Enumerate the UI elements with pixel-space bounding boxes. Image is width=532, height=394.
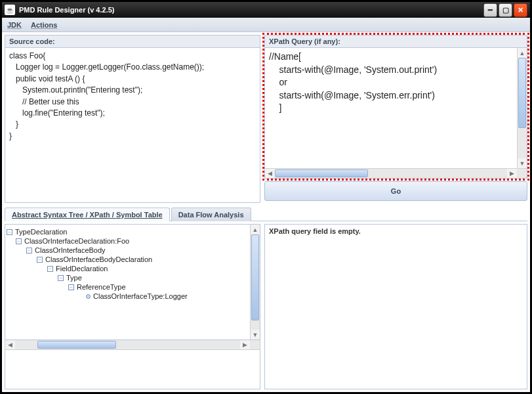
tree-toggle-icon[interactable]: – bbox=[58, 275, 64, 281]
xpath-panel: XPath Query (if any): ▲ ▼ ◀ ▶ bbox=[264, 35, 527, 179]
tree-toggle-icon[interactable]: – bbox=[7, 229, 12, 235]
scroll-left-icon[interactable]: ◀ bbox=[265, 169, 275, 178]
results-message: XPath query field is empty. bbox=[269, 227, 361, 235]
menu-jdk[interactable]: JDK bbox=[7, 21, 22, 29]
title-bar: ☕ PMD Rule Designer (v 4.2.5) ━ ▢ ✕ bbox=[2, 2, 530, 18]
scroll-left-icon[interactable]: ◀ bbox=[5, 340, 15, 349]
menu-bar: JDK Actions bbox=[2, 18, 530, 32]
results-panel: XPath query field is empty. bbox=[264, 224, 527, 389]
scroll-right-icon[interactable]: ▶ bbox=[507, 169, 517, 178]
scroll-up-icon[interactable]: ▲ bbox=[251, 225, 260, 234]
tree-node-label[interactable]: TypeDeclaration bbox=[15, 228, 68, 236]
tree-node-label[interactable]: ClassOrInterfaceType:Logger bbox=[93, 292, 188, 300]
java-icon: ☕ bbox=[5, 5, 15, 15]
scroll-up-icon[interactable]: ▲ bbox=[518, 48, 527, 58]
tab-ast[interactable]: Abstract Syntax Tree / XPath / Symbol Ta… bbox=[5, 208, 170, 221]
close-button[interactable]: ✕ bbox=[514, 3, 527, 17]
scroll-down-icon[interactable]: ▼ bbox=[251, 330, 260, 339]
tree-node-label[interactable]: ReferenceType bbox=[77, 283, 126, 291]
app-window: ☕ PMD Rule Designer (v 4.2.5) ━ ▢ ✕ JDK … bbox=[0, 0, 532, 394]
scroll-thumb[interactable] bbox=[251, 234, 259, 320]
xpath-vertical-scrollbar[interactable]: ▲ ▼ bbox=[517, 48, 527, 168]
ast-tree-panel: –TypeDeclaration –ClassOrInterfaceDeclar… bbox=[5, 224, 260, 389]
tree-node-label[interactable]: ClassOrInterfaceBodyDeclaration bbox=[45, 255, 152, 263]
go-button[interactable]: Go bbox=[264, 181, 527, 201]
tree-node-label[interactable]: FieldDeclaration bbox=[56, 265, 108, 273]
tree-node-label[interactable]: ClassOrInterfaceBody bbox=[35, 246, 106, 254]
minimize-button[interactable]: ━ bbox=[483, 3, 497, 17]
tree-leaf-icon bbox=[86, 294, 91, 299]
tab-data-flow[interactable]: Data Flow Analysis bbox=[171, 208, 251, 221]
scroll-down-icon[interactable]: ▼ bbox=[518, 158, 527, 168]
window-title: PMD Rule Designer (v 4.2.5) bbox=[19, 6, 115, 14]
ast-tree[interactable]: –TypeDeclaration –ClassOrInterfaceDeclar… bbox=[5, 225, 250, 339]
source-code-panel: Source code: bbox=[5, 35, 260, 203]
source-code-input[interactable] bbox=[5, 48, 260, 202]
tree-toggle-icon[interactable]: – bbox=[16, 238, 22, 244]
tree-horizontal-scrollbar[interactable]: ◀ ▶ bbox=[5, 340, 260, 350]
maximize-button[interactable]: ▢ bbox=[499, 3, 512, 17]
scroll-thumb[interactable] bbox=[37, 341, 116, 349]
scroll-thumb[interactable] bbox=[275, 169, 368, 177]
scroll-corner bbox=[517, 169, 527, 178]
symbol-table-panel bbox=[5, 350, 260, 389]
tree-toggle-icon[interactable]: – bbox=[26, 248, 32, 253]
scroll-thumb[interactable] bbox=[518, 58, 526, 128]
xpath-query-input[interactable] bbox=[265, 48, 517, 168]
tree-toggle-icon[interactable]: – bbox=[37, 257, 43, 263]
tab-bar: Abstract Syntax Tree / XPath / Symbol Ta… bbox=[5, 207, 527, 221]
source-code-header: Source code: bbox=[5, 35, 260, 48]
xpath-horizontal-scrollbar[interactable]: ◀ ▶ bbox=[265, 168, 527, 178]
tree-toggle-icon[interactable]: – bbox=[68, 284, 74, 290]
menu-actions[interactable]: Actions bbox=[31, 21, 57, 29]
scroll-right-icon[interactable]: ▶ bbox=[240, 340, 250, 349]
scroll-corner bbox=[250, 340, 260, 349]
tree-vertical-scrollbar[interactable]: ▲ ▼ bbox=[250, 225, 260, 339]
xpath-header: XPath Query (if any): bbox=[265, 35, 527, 48]
tree-toggle-icon[interactable]: – bbox=[47, 266, 53, 272]
tree-node-label[interactable]: Type bbox=[66, 274, 82, 282]
tree-node-label[interactable]: ClassOrInterfaceDeclaration:Foo bbox=[24, 237, 129, 245]
